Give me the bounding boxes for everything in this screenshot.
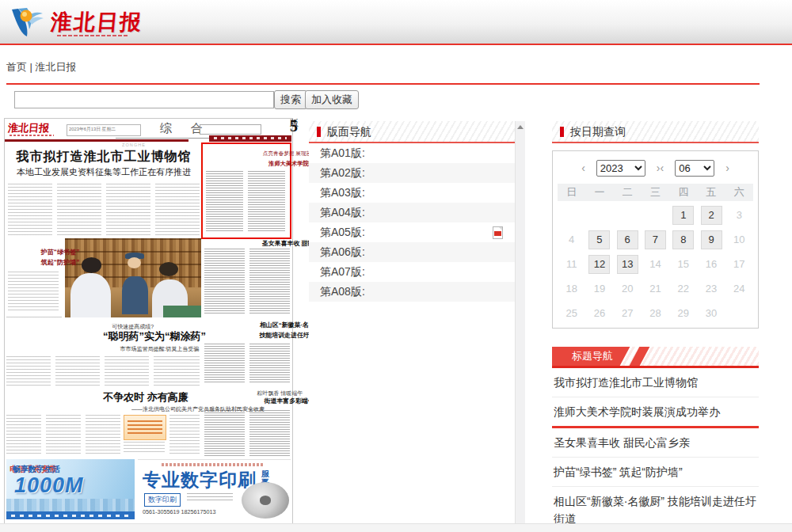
breadcrumb[interactable]: 首页 | 淮北日报 bbox=[6, 60, 77, 74]
fake-text-column bbox=[57, 184, 101, 236]
ph-hair2 bbox=[159, 262, 178, 276]
calendar-day: 27 bbox=[622, 307, 633, 319]
red-divider bbox=[6, 83, 760, 85]
calendar-day[interactable]: 13 bbox=[617, 255, 638, 274]
calendar-day: 23 bbox=[706, 283, 717, 294]
search-input[interactable] bbox=[14, 91, 274, 108]
i bbox=[214, 137, 287, 139]
np-ad-printing-tag: 数字印刷 bbox=[144, 493, 181, 507]
board-nav-item[interactable]: 第A04版: bbox=[309, 203, 516, 222]
calendar-day: 25 bbox=[565, 307, 577, 319]
calendar-day[interactable]: 5 bbox=[588, 230, 610, 249]
fake-text-column bbox=[248, 171, 285, 233]
newspaper-page-image[interactable]: 淮北日报 2023年6月13日 星期二 综 合 5 版 ZONGHE 我市拟打造… bbox=[4, 118, 293, 524]
weekday-label: 四 bbox=[669, 184, 697, 201]
board-nav-item[interactable]: 第A06版: bbox=[309, 242, 516, 262]
calendar-day: 24 bbox=[733, 283, 744, 294]
np-masthead-logo: 淮北日报 bbox=[7, 121, 50, 135]
i bbox=[11, 515, 130, 517]
calendar-day[interactable]: 1 bbox=[672, 206, 694, 225]
span: ——淮北供电公司皖美共产党员服务队助村民安全收麦 bbox=[131, 405, 265, 413]
span: 粽叶飘香 情暖端午 bbox=[257, 390, 303, 397]
np-highlighted-article-box: 点亮青春梦想 展现艺术魅力 淮师大美术学院时装展演成功举办 bbox=[201, 142, 291, 239]
prev-month-arrow[interactable]: ‹ bbox=[659, 160, 666, 176]
calendar-day: 15 bbox=[678, 258, 689, 270]
fake-text-column bbox=[106, 184, 150, 236]
fake-text-column bbox=[249, 410, 290, 456]
weekday-label: 五 bbox=[697, 184, 725, 201]
footer-strip bbox=[0, 523, 792, 532]
board-item-label: 第A02版: bbox=[320, 166, 365, 179]
calendar-day: 16 bbox=[706, 258, 717, 270]
board-nav-item[interactable]: 第A02版: bbox=[309, 163, 516, 183]
add-favorite-button[interactable]: 加入收藏 bbox=[305, 90, 359, 109]
prev-year-arrow[interactable]: ‹ bbox=[580, 160, 587, 176]
np-shield-article: 护苗“绿书签” 筑起“防护墙” bbox=[6, 245, 62, 313]
np-empty-box bbox=[200, 124, 261, 135]
board-nav-header: 版面导航 bbox=[309, 121, 516, 143]
board-nav-item[interactable]: 第A01版: bbox=[309, 143, 516, 163]
title-nav-item[interactable]: 护苗“绿书签” 筑起“防护墙” bbox=[552, 458, 759, 487]
board-nav-list: 第A01版:第A02版:第A03版:第A04版:第A05版:第A06版:第A07… bbox=[309, 143, 516, 302]
calendar-day: 26 bbox=[594, 307, 605, 319]
fake-text-column bbox=[6, 356, 51, 386]
fake-text-column bbox=[8, 272, 59, 311]
red-marker-icon bbox=[560, 127, 564, 137]
logo-icon bbox=[8, 4, 46, 40]
calendar-day[interactable]: 9 bbox=[701, 230, 722, 249]
fake-text-column bbox=[204, 249, 245, 315]
board-nav-item[interactable]: 第A08版: bbox=[309, 282, 516, 302]
search-button[interactable]: 搜索 bbox=[274, 90, 307, 109]
np-ad-printing-tagline bbox=[162, 463, 265, 466]
calendar-day[interactable]: 7 bbox=[645, 230, 666, 249]
calendar-weekday-row: 日一二三四五六 bbox=[558, 184, 753, 201]
np-ad-printing-bullets bbox=[187, 493, 233, 503]
calendar-day[interactable]: 6 bbox=[617, 230, 638, 249]
board-item-label: 第A07版: bbox=[320, 265, 365, 278]
weekday-label: 日 bbox=[558, 184, 585, 201]
scroll-up-icon[interactable] bbox=[517, 125, 524, 129]
calendar-day[interactable]: 2 bbox=[701, 206, 722, 225]
np-lead-headline: 我市拟打造淮北市工业博物馆 bbox=[8, 149, 200, 165]
np-lead-subtitle: 本地工业发展史资料征集等工作正在有序推进 bbox=[8, 166, 200, 178]
banner-red-slash bbox=[630, 347, 650, 366]
weekday-label: 二 bbox=[614, 184, 642, 201]
board-nav-item[interactable]: 第A03版: bbox=[309, 183, 516, 203]
title-nav-title: 标题导航 bbox=[558, 347, 626, 366]
next-month-arrow[interactable]: › bbox=[724, 160, 731, 176]
title-nav-list: 我市拟打造淮北市工业博物馆淮师大美术学院时装展演成功举办圣女果喜丰收 甜民心富乡… bbox=[552, 368, 759, 532]
scrollbar-track[interactable] bbox=[515, 121, 525, 523]
board-nav-item[interactable]: 第A05版: bbox=[309, 222, 516, 242]
date-query-header: 按日期查询 bbox=[552, 121, 759, 143]
title-nav-item[interactable]: 圣女果喜丰收 甜民心富乡亲 bbox=[552, 428, 759, 458]
month-select[interactable]: 06 bbox=[675, 160, 714, 177]
board-item-label: 第A08版: bbox=[320, 285, 365, 298]
circle bbox=[22, 12, 27, 17]
calendar-day[interactable]: 12 bbox=[588, 255, 610, 274]
calendar-day[interactable]: 8 bbox=[672, 230, 694, 249]
calendar-nav: ‹ 2023 › ‹ 06 › bbox=[553, 159, 758, 177]
fake-text-column bbox=[124, 442, 165, 454]
fake-text-column bbox=[155, 184, 200, 236]
logo-text: 淮北日报 bbox=[49, 8, 143, 36]
span: “聪明药”实为“糊涂药” bbox=[103, 329, 206, 344]
weekday-label: 三 bbox=[642, 184, 669, 201]
title-nav-item[interactable]: 我市拟打造淮北市工业博物馆 bbox=[552, 368, 759, 397]
site-logo[interactable]: 淮北日报 bbox=[8, 3, 143, 41]
title-nav-item[interactable]: 淮师大美术学院时装展演成功举办 bbox=[552, 397, 759, 428]
span: 筑起“防护墙” bbox=[41, 258, 80, 267]
i bbox=[260, 496, 271, 504]
fake-text-column bbox=[6, 317, 62, 320]
year-select[interactable]: 2023 bbox=[596, 160, 645, 177]
np-ad-telecom-strip bbox=[6, 511, 135, 519]
board-item-label: 第A04版: bbox=[320, 206, 365, 218]
calendar: ‹ 2023 › ‹ 06 › 日一二三四五六 1234567891011121… bbox=[552, 150, 759, 329]
fake-text-column bbox=[204, 410, 245, 456]
board-item-label: 第A06版: bbox=[320, 245, 365, 258]
ph-uni bbox=[122, 276, 148, 314]
fake-text-column bbox=[55, 356, 100, 386]
np-inline-ad-box bbox=[124, 415, 166, 440]
fake-text-column bbox=[46, 415, 81, 454]
board-nav-item[interactable]: 第A07版: bbox=[309, 262, 516, 282]
pdf-icon[interactable] bbox=[493, 226, 503, 239]
